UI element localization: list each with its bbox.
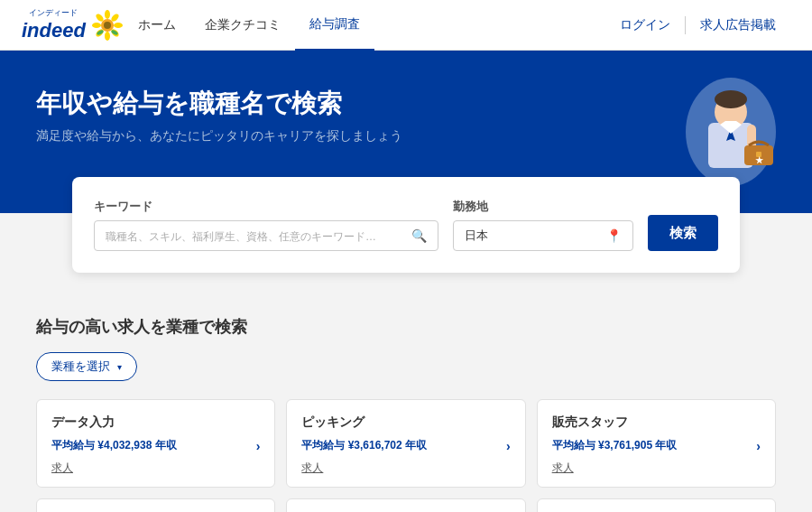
nav-item-salary[interactable]: 給与調査: [295, 0, 374, 51]
svg-point-8: [92, 23, 101, 28]
svg-point-4: [114, 23, 123, 28]
card-salary-row-1: 平均給与 ¥3,616,702 年収 ›: [301, 438, 510, 453]
section-title: 給与の高い求人を業種で検索: [36, 316, 776, 338]
logo-supertext: インディード: [29, 7, 78, 19]
card-salary-row-0: 平均給与 ¥4,032,938 年収 ›: [51, 438, 260, 453]
card-picking: ピッキング 平均給与 ¥3,616,702 年収 › 求人: [286, 399, 525, 488]
cards-grid: データ入力 平均給与 ¥4,032,938 年収 › 求人 ピッキング 平均給与…: [36, 399, 776, 512]
card-link-1[interactable]: 求人: [301, 461, 510, 476]
card-light-work: 軽作業スタッフ 平均給与 ¥3,766,076 年収 › 求人: [36, 498, 275, 512]
logo[interactable]: インディード indeed: [22, 7, 124, 42]
svg-text:★: ★: [755, 155, 764, 165]
card-arrow-1[interactable]: ›: [506, 439, 511, 453]
card-arrow-2[interactable]: ›: [756, 439, 761, 453]
card-sales-staff: 販売スタッフ 平均給与 ¥3,761,905 年収 › 求人: [537, 399, 776, 488]
card-salary-row-2: 平均給与 ¥3,761,905 年収 ›: [552, 438, 761, 453]
card-salary-1: 平均給与 ¥3,616,702 年収: [301, 438, 427, 453]
login-button[interactable]: ログイン: [605, 17, 685, 33]
industry-select-label: 業種を選択: [51, 358, 110, 375]
search-button[interactable]: 検索: [648, 215, 718, 251]
svg-point-2: [105, 10, 110, 19]
hero-subtitle: 満足度や給与から、あなたにピッタリのキャリアを探しましょう: [36, 128, 776, 144]
industry-select-button[interactable]: 業種を選択 ▾: [36, 352, 137, 381]
search-box-wrapper: キーワード 🔍 勤務地 📍 検索: [36, 177, 776, 273]
post-job-button[interactable]: 求人広告掲載: [686, 17, 790, 33]
search-box: キーワード 🔍 勤務地 📍 検索: [72, 177, 740, 273]
location-input-wrap: 📍: [453, 220, 633, 251]
card-salary-0: 平均給与 ¥4,032,938 年収: [51, 438, 177, 453]
keyword-label: キーワード: [94, 199, 438, 215]
logo-indeed-text: indeed: [22, 19, 86, 42]
card-data-entry: データ入力 平均給与 ¥4,032,938 年収 › 求人: [36, 399, 275, 488]
location-icon: 📍: [606, 228, 622, 243]
svg-point-1: [104, 22, 111, 29]
location-label: 勤務地: [453, 199, 633, 215]
main-content: 給与の高い求人を業種で検索 業種を選択 ▾ データ入力 平均給与 ¥4,032,…: [18, 316, 794, 512]
hero-content: 年収や給与を職種名で検索 満足度や給与から、あなたにピッタリのキャリアを探しまし…: [36, 87, 776, 144]
card-cooking-assist: 調理補助 平均給与 ¥3,097,661 年収 › 求人: [286, 498, 525, 512]
main-nav: ホーム 企業クチコミ 給与調査: [124, 0, 605, 51]
card-arrow-0[interactable]: ›: [256, 439, 261, 453]
location-input[interactable]: [465, 229, 599, 243]
header-right: ログイン 求人広告掲載: [605, 16, 790, 34]
card-title-1: ピッキング: [301, 414, 510, 431]
card-link-2[interactable]: 求人: [552, 461, 761, 476]
chevron-down-icon: ▾: [117, 362, 122, 372]
hero-title: 年収や給与を職種名で検索: [36, 87, 776, 121]
card-sorting-staff: 仕分けスタッフ 平均給与 ¥3,571,850 年収 › 求人: [537, 498, 776, 512]
search-icon: 🔍: [411, 228, 427, 243]
nav-item-home[interactable]: ホーム: [124, 0, 190, 51]
header: インディード indeed ホーム 企業クチコミ 給与調査 ログイン 求人: [0, 0, 812, 51]
svg-point-6: [105, 32, 110, 41]
keyword-input[interactable]: [106, 229, 404, 243]
card-title-2: 販売スタッフ: [552, 414, 761, 431]
sunflower-icon: [91, 9, 124, 42]
nav-item-reviews[interactable]: 企業クチコミ: [190, 0, 295, 51]
card-title-0: データ入力: [51, 414, 260, 431]
keyword-field: キーワード 🔍: [94, 199, 438, 251]
card-link-0[interactable]: 求人: [51, 461, 260, 476]
keyword-input-wrap: 🔍: [94, 220, 438, 251]
location-field: 勤務地 📍: [453, 199, 633, 251]
card-salary-2: 平均給与 ¥3,761,905 年収: [552, 438, 678, 453]
